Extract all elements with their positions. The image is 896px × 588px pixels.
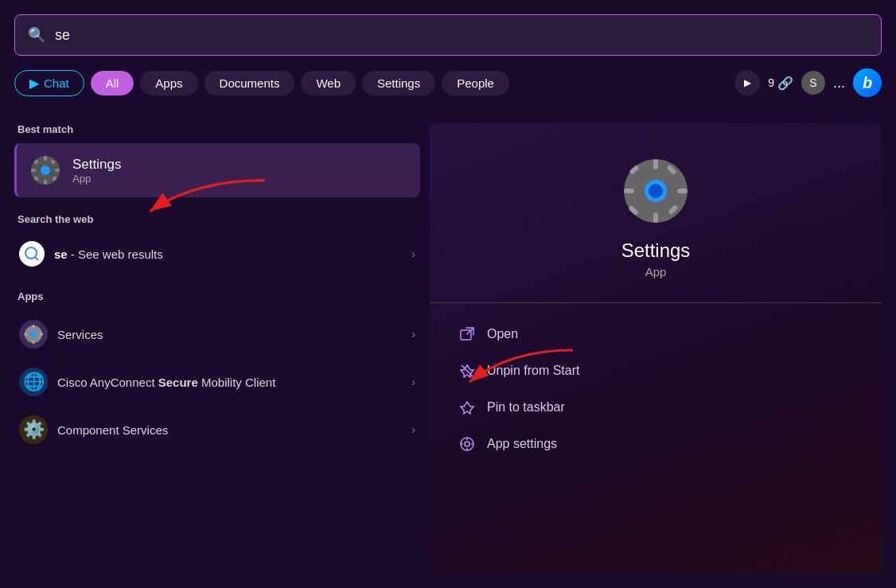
right-panel: Settings App Open Unpin from Start: [430, 123, 882, 574]
svg-rect-24: [677, 189, 688, 193]
right-panel-title: Settings: [621, 239, 691, 262]
filter-settings[interactable]: Settings: [362, 71, 435, 95]
filter-bar: ▶ Chat All Apps Documents Web Settings P…: [14, 68, 882, 97]
services-icon: [19, 320, 48, 349]
action-pin-taskbar[interactable]: Pin to taskbar: [454, 389, 858, 426]
svg-rect-4: [31, 169, 36, 172]
pin-taskbar-label: Pin to taskbar: [487, 400, 565, 415]
services-name: Services: [57, 328, 402, 341]
action-open[interactable]: Open: [454, 316, 858, 352]
best-match-label: Best match: [14, 123, 420, 135]
svg-point-32: [465, 442, 469, 446]
search-bar: 🔍: [14, 14, 882, 56]
play-button[interactable]: ▶: [734, 70, 760, 95]
toolbar-right: ▶ 9 🔗 S ... b: [734, 68, 882, 97]
svg-rect-2: [44, 156, 47, 161]
best-match-item[interactable]: Settings App: [14, 143, 420, 197]
filter-all[interactable]: All: [91, 71, 134, 95]
filter-people[interactable]: People: [442, 71, 509, 95]
unpin-icon: [458, 362, 476, 380]
network-icon: 🔗: [777, 76, 793, 91]
svg-rect-5: [55, 169, 60, 172]
bing-chat-icon: ▶: [29, 76, 39, 91]
search-icon: 🔍: [28, 26, 45, 44]
svg-rect-16: [24, 333, 27, 336]
web-search-text: se - See web results: [54, 247, 402, 261]
settings-icon-large: [620, 155, 691, 227]
app-item-cisco[interactable]: 🌐 Cisco AnyConnect Secure Mobility Clien…: [14, 358, 420, 406]
svg-point-13: [30, 331, 37, 337]
best-match-type: App: [72, 173, 121, 185]
apps-section: Apps Services › 🌐: [14, 290, 420, 454]
open-label: Open: [487, 327, 518, 341]
svg-point-20: [649, 184, 663, 198]
open-icon: [458, 325, 476, 343]
app-settings-icon: [458, 435, 476, 453]
component-services-name: Component Services: [57, 423, 402, 437]
svg-rect-14: [33, 325, 35, 328]
settings-icon-small: [29, 154, 61, 186]
pin-icon: [458, 399, 476, 416]
filter-chat[interactable]: ▶ Chat: [14, 70, 84, 96]
svg-rect-17: [40, 333, 43, 336]
best-match-info: Settings App: [72, 157, 121, 185]
svg-rect-23: [624, 189, 634, 193]
app-settings-label: App settings: [487, 437, 557, 451]
more-button[interactable]: ...: [833, 75, 845, 92]
svg-point-10: [25, 247, 37, 259]
bing-button[interactable]: b: [853, 68, 882, 97]
svg-rect-22: [653, 212, 658, 223]
action-list: Open Unpin from Start Pin to taskbar: [430, 316, 882, 462]
action-unpin-start[interactable]: Unpin from Start: [454, 352, 858, 389]
left-panel: Best match Settings App Search the web: [14, 123, 420, 574]
chevron-icon: ›: [411, 328, 415, 341]
cisco-icon: 🌐: [19, 368, 48, 396]
filter-web[interactable]: Web: [301, 71, 356, 95]
divider: [430, 302, 882, 303]
app-item-component-services[interactable]: ⚙️ Component Services ›: [14, 406, 420, 454]
chevron-icon: ›: [411, 376, 415, 388]
app-item-services[interactable]: Services ›: [14, 310, 420, 358]
web-search-icon: [19, 241, 45, 267]
svg-rect-15: [33, 341, 35, 344]
svg-rect-3: [44, 180, 47, 185]
svg-point-1: [41, 165, 50, 175]
chevron-icon: ›: [411, 247, 415, 260]
right-panel-type: App: [645, 265, 667, 278]
web-section: Search the web se - See web results ›: [14, 213, 420, 275]
web-search-item[interactable]: se - See web results ›: [14, 233, 420, 275]
notification-badge: 9 🔗: [768, 76, 793, 91]
best-match-name: Settings: [72, 157, 121, 173]
filter-documents[interactable]: Documents: [205, 71, 295, 95]
component-services-icon: ⚙️: [19, 415, 48, 444]
cisco-name: Cisco AnyConnect Secure Mobility Client: [57, 376, 402, 389]
svg-rect-21: [653, 159, 658, 169]
web-section-label: Search the web: [14, 213, 420, 225]
filter-apps[interactable]: Apps: [140, 71, 197, 95]
chevron-icon: ›: [411, 423, 415, 436]
action-app-settings[interactable]: App settings: [454, 426, 858, 462]
apps-section-label: Apps: [14, 290, 420, 302]
search-input[interactable]: [55, 27, 868, 44]
unpin-start-label: Unpin from Start: [487, 364, 579, 378]
svg-line-11: [35, 257, 38, 260]
user-avatar[interactable]: S: [801, 71, 825, 95]
